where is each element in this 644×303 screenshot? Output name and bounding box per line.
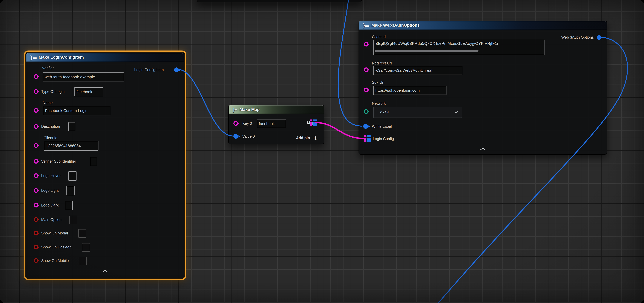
output-pin-label: Login Config Item [134, 68, 164, 72]
sdk-url-value-field[interactable]: https://sdk.openlogin.com [373, 86, 446, 95]
input-pin-redirect-url[interactable] [364, 68, 368, 72]
network-dropdown-value: CYAN [380, 110, 389, 114]
blueprint-graph-canvas[interactable]: }▬ Make LoginConfigItem Login Config Ite… [0, 0, 644, 303]
input-pin-white-label[interactable] [363, 124, 368, 129]
pin-label-show-on-mobile: Show On Mobile [41, 258, 69, 263]
pin-label-verifier-sub-identifier: Verifier Sub Identifier [41, 159, 76, 164]
verifier-value-field[interactable]: web3auth-facebook-example [43, 72, 124, 82]
pin-label-client-id: Client Id [44, 136, 58, 140]
pin-label-sdk-url: Sdk Url [372, 80, 384, 84]
input-pin-logo-light[interactable] [34, 188, 38, 193]
logo-light-value-field[interactable] [66, 186, 74, 196]
pin-label-white-label: White Label [372, 124, 392, 129]
node-title: Make Web3AuthOptions [371, 23, 420, 28]
pin-label-main-option: Main Option [41, 218, 62, 222]
pin-label-name: Name [43, 101, 53, 105]
pin-label-logo-light: Logo Light [41, 188, 59, 193]
node-header[interactable]: }▬ Make Web3AuthOptions [359, 21, 607, 30]
show-on-mobile-checkbox[interactable] [79, 257, 86, 265]
chevron-down-icon [454, 111, 458, 114]
show-on-desktop-checkbox[interactable] [82, 243, 90, 252]
show-on-modal-checkbox[interactable] [78, 229, 86, 238]
name-value-field[interactable]: Facebook Custom Login [43, 106, 110, 116]
pin-label-network: Network [372, 101, 386, 106]
redirect-url-value-field[interactable]: w3a://com.w3a.Web3AuthUnreal [373, 66, 462, 75]
pin-label-type-of-login: Type Of Login [41, 90, 65, 94]
collapse-chevron-icon[interactable] [102, 270, 108, 273]
pin-label-key-0: Key 0 [242, 121, 252, 126]
description-value-field[interactable] [68, 122, 75, 131]
input-pin-value-0[interactable] [234, 134, 238, 139]
input-pin-client-id[interactable] [34, 143, 38, 148]
key-0-value-field[interactable]: facebook [257, 119, 286, 128]
wire-login-config-item-to-value0[interactable] [178, 70, 233, 136]
pin-label-client-id: Client Id [372, 35, 386, 39]
node-make-web3authoptions[interactable]: }▬ Make Web3AuthOptions Web 3Auth Option… [358, 20, 607, 155]
verifier-sub-identifier-value-field[interactable] [90, 157, 97, 166]
node-make-loginconfigitem[interactable]: }▬ Make LoginConfigItem Login Config Ite… [26, 52, 184, 278]
input-pin-login-config[interactable] [364, 136, 371, 142]
input-pin-name[interactable] [34, 108, 38, 113]
node-header[interactable]: }▬ Make LoginConfigItem [26, 53, 184, 62]
input-pin-key-0[interactable] [234, 121, 238, 126]
add-pin-label[interactable]: Add pin [296, 136, 310, 140]
input-pin-show-on-desktop[interactable] [34, 245, 38, 250]
make-map-icon: }≡ [233, 107, 237, 112]
pin-label-logo-hover: Logo Hover [41, 174, 60, 178]
node-offscreen-top[interactable] [197, 0, 362, 2]
network-dropdown[interactable]: CYAN [373, 107, 462, 118]
node-title: Make LoginConfigItem [39, 55, 84, 60]
pin-label-login-config: Login Config [373, 136, 394, 141]
input-pin-show-on-modal[interactable] [34, 231, 38, 236]
node-header[interactable]: }≡ Make Map [229, 105, 324, 114]
make-struct-icon: }▬ [363, 23, 369, 28]
input-pin-verifier-sub-identifier[interactable] [34, 159, 38, 164]
pin-label-verifier: Verifier [42, 66, 54, 70]
input-pin-logo-hover[interactable] [34, 174, 38, 178]
output-pin-label: Web 3Auth Options [561, 35, 594, 40]
client-id-field-scrollbar[interactable] [375, 50, 478, 52]
pin-label-show-on-modal: Show On Modal [41, 231, 68, 235]
client-id-value-field[interactable]: 1222658941886084 [44, 141, 98, 150]
node-make-map[interactable]: }≡ Make Map Key 0 facebook Map Value 0 A… [228, 105, 324, 144]
pin-label-logo-dark: Logo Dark [41, 203, 58, 208]
input-pin-logo-dark[interactable] [34, 203, 38, 208]
pin-label-redirect-url: Redirect Url [372, 61, 392, 66]
input-pin-show-on-mobile[interactable] [34, 258, 38, 263]
add-pin-icon[interactable]: ⊕ [314, 135, 318, 140]
logo-hover-value-field[interactable] [68, 171, 76, 181]
main-option-checkbox[interactable] [69, 216, 77, 224]
logo-dark-value-field[interactable] [65, 201, 72, 210]
pin-label-show-on-desktop: Show On Desktop [41, 245, 72, 249]
input-pin-sdk-url[interactable] [364, 88, 368, 92]
node-title: Make Map [240, 107, 260, 112]
pin-label-value-0: Value 0 [242, 134, 255, 138]
pin-label-description: Description [41, 124, 60, 129]
input-pin-description[interactable] [34, 124, 38, 129]
input-pin-client-id[interactable] [364, 42, 368, 46]
input-pin-type-of-login[interactable] [34, 89, 38, 94]
input-pin-verifier[interactable] [34, 74, 38, 79]
client-id-value-field[interactable]: BEglQSgt4cUWcj6SKRdu5QkOXTsePmMcusG5EAoy… [373, 40, 544, 55]
collapse-chevron-icon[interactable] [480, 148, 486, 151]
input-pin-network[interactable] [364, 109, 368, 114]
blueprint-editor-screen: }▬ Make LoginConfigItem Login Config Ite… [0, 0, 644, 303]
type-of-login-value-field[interactable]: facebook [74, 87, 104, 96]
make-struct-icon: }▬ [30, 55, 36, 60]
input-pin-main-option[interactable] [34, 217, 38, 222]
